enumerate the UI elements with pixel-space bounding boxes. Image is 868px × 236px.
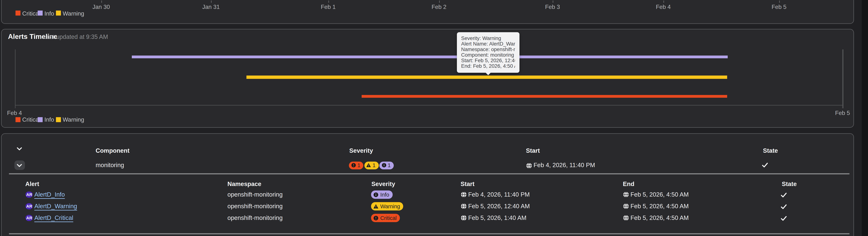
tooltip-namespace: Namespace: openshift-monitoring [461, 47, 515, 52]
component-cell: monitoring [96, 162, 124, 169]
critical-count-badge[interactable]: 1 [349, 161, 364, 169]
warning-count: 1 [373, 162, 375, 168]
alert-end-cell: Feb 5, 2026, 4:50 AM [630, 214, 689, 222]
column-header-state: State [763, 147, 778, 154]
x-axis-tick [439, 1, 440, 3]
globe-icon [461, 204, 466, 209]
alert-link-info[interactable]: AlertD_Info [34, 191, 65, 199]
legend-label-info: Info [44, 116, 54, 123]
legend-swatch-warning [56, 10, 61, 16]
column-header-namespace: Namespace [227, 181, 261, 188]
globe-icon [623, 215, 629, 221]
tooltip-alert-name: Alert Name: AlertD_Warning [461, 41, 515, 47]
severity-count-badges: 1 1 1 [349, 161, 394, 169]
x-axis-tick-label: Jan 30 [92, 3, 110, 10]
warning-count-badge[interactable]: 1 [364, 161, 379, 169]
globe-icon [526, 162, 532, 168]
horizontal-scrollbar[interactable] [9, 173, 850, 174]
alert-link-critical[interactable]: AlertD_Critical [34, 214, 73, 222]
column-header-component: Component [96, 147, 129, 154]
y-axis-line-right [842, 49, 843, 105]
state-check-icon [780, 215, 787, 222]
chevron-down-icon [16, 162, 23, 168]
tooltip-caret [485, 70, 491, 75]
alerts-table-card: Component Severity Start State monitorin… [1, 133, 854, 236]
legend-swatch-info [37, 117, 42, 122]
x-axis-tick-label: Feb 5 [772, 3, 786, 10]
last-updated-text: Last updated at 9:35 AM [43, 33, 108, 41]
tooltip-start: Start: Feb 5, 2026, 12:40 AM [461, 58, 515, 63]
x-axis-tick [663, 1, 664, 3]
component-start-cell: Feb 4, 2026, 11:40 PM [533, 162, 595, 169]
state-check-icon [780, 191, 787, 199]
tooltip-component: Component: monitoring [461, 52, 515, 58]
incidents-page: Jan 30 Jan 31 Feb 1 Feb 2 Feb 3 Feb 4 Fe… [0, 0, 868, 236]
row-expand-toggle-button[interactable] [14, 160, 25, 170]
x-axis-tick-label: Feb 4 [656, 3, 671, 10]
alert-start-cell: Feb 4, 2026, 11:40 PM [468, 191, 530, 199]
y-axis-line-left [15, 49, 16, 105]
x-axis-tick-label: Feb 3 [545, 3, 560, 10]
alert-end-cell: Feb 5, 2026, 4:50 AM [630, 203, 689, 210]
info-count: 1 [388, 162, 391, 168]
alert-start-cell: Feb 5, 2026, 1:40 AM [468, 214, 526, 222]
info-count-badge[interactable]: 1 [379, 161, 394, 169]
exclamation-triangle-icon [366, 163, 371, 168]
alert-rule-badge: AR [26, 215, 33, 221]
exclamation-circle-icon [373, 215, 379, 221]
x-axis-line [15, 105, 843, 106]
tooltip-severity: Severity: Warning [461, 35, 515, 41]
state-check-icon [762, 162, 769, 168]
legend-label-warning: Warning [63, 116, 84, 123]
alert-rule-badge: AR [26, 192, 33, 198]
column-header-start: Start [461, 181, 474, 188]
column-header-end: End [623, 181, 634, 188]
critical-count: 1 [358, 162, 360, 168]
x-axis-tick-label: Feb 1 [321, 3, 336, 10]
chart-tooltip: Severity: Warning Alert Name: AlertD_War… [457, 32, 519, 73]
tooltip-end: End: Feb 5, 2026, 4:50 AM [461, 63, 515, 69]
globe-icon [461, 192, 466, 198]
legend-swatch-info [37, 10, 42, 16]
info-circle-icon [373, 192, 379, 198]
legend-label-info: Info [44, 10, 54, 17]
x-axis-tick [211, 1, 212, 3]
x-axis-tick [101, 1, 102, 3]
timeline-bar-warning[interactable] [247, 76, 727, 79]
namespace-cell: openshift-monitoring [227, 191, 283, 199]
legend-swatch-warning [56, 117, 61, 122]
alert-end-cell: Feb 5, 2026, 4:50 AM [630, 191, 689, 199]
legend-swatch-critical [15, 10, 20, 16]
exclamation-triangle-icon [373, 204, 379, 209]
column-header-alert: Alert [25, 181, 39, 188]
x-axis-end-label: Feb 5 [835, 109, 850, 116]
column-header-state: State [782, 181, 797, 188]
x-axis-start-label: Feb 4 [7, 109, 22, 116]
namespace-cell: openshift-monitoring [227, 203, 283, 210]
column-header-severity: Severity [349, 147, 373, 154]
severity-text: Info [380, 192, 389, 198]
x-axis-tick [553, 1, 553, 3]
severity-text: Warning [380, 204, 400, 210]
globe-icon [623, 204, 629, 209]
globe-icon [461, 215, 466, 221]
page-content: Jan 30 Jan 31 Feb 1 Feb 2 Feb 3 Feb 4 Fe… [0, 0, 862, 236]
info-circle-icon [381, 163, 386, 168]
timeline-bar-critical[interactable] [362, 95, 727, 98]
namespace-cell: openshift-monitoring [227, 214, 283, 222]
column-header-severity: Severity [371, 181, 395, 188]
severity-label-warning: Warning [371, 202, 403, 210]
x-axis-tick-label: Jan 31 [202, 3, 220, 10]
alert-link-warning[interactable]: AlertD_Warning [34, 203, 77, 210]
x-axis-tick [328, 1, 329, 3]
globe-icon [623, 192, 629, 198]
x-axis-tick [779, 1, 780, 3]
severity-text: Critical [380, 215, 397, 221]
horizontal-scrollbar[interactable] [9, 233, 850, 234]
severity-label-critical: Critical [371, 214, 400, 222]
expand-all-chevron-icon[interactable] [16, 145, 23, 152]
x-axis-tick-label: Feb 2 [432, 3, 446, 10]
x-axis-tick-end [842, 105, 843, 108]
timeline-bar-info[interactable] [132, 55, 728, 58]
legend-label-warning: Warning [63, 10, 84, 17]
